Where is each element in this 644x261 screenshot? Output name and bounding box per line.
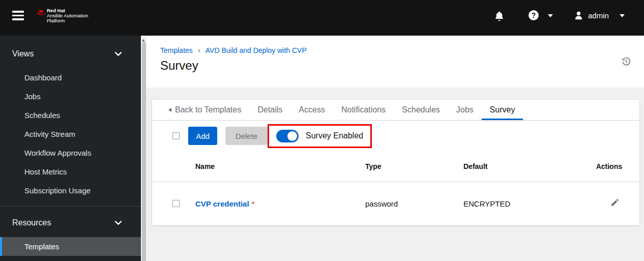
- sidebar-section-label: Views: [12, 49, 34, 59]
- nav-toggle-hamburger-icon[interactable]: [12, 11, 24, 20]
- page-header: Templates › AVD Build and Deploy with CV…: [147, 36, 644, 88]
- row-checkbox[interactable]: [172, 200, 180, 207]
- tab-label: Back to Templates: [175, 105, 241, 114]
- vertical-scrollbar[interactable]: [141, 36, 147, 261]
- cell-default: ENCRYPTED: [455, 182, 584, 225]
- survey-card: Back to Templates Details Access Notific…: [152, 100, 639, 225]
- tab-bar: Back to Templates Details Access Notific…: [152, 100, 639, 121]
- sidebar-nav: Views Dashboard Jobs Schedules Activity …: [0, 36, 141, 261]
- tab-survey[interactable]: Survey: [482, 100, 523, 120]
- sidebar-section-resources[interactable]: Resources: [0, 213, 141, 232]
- breadcrumb-templates-link[interactable]: Templates: [160, 46, 193, 54]
- sidebar-item-workflow-approvals[interactable]: Workflow Approvals: [0, 143, 141, 162]
- column-header-default: Default: [455, 151, 584, 182]
- survey-questions-table: Name Type Default Actions CVP credential…: [152, 151, 639, 225]
- user-menu-button[interactable]: admin: [574, 10, 629, 22]
- breadcrumb-template-name-link[interactable]: AVD Build and Deploy with CVP: [206, 46, 307, 54]
- caret-down-icon: [620, 14, 625, 17]
- bell-icon: [494, 11, 504, 21]
- table-header-row: Name Type Default Actions: [152, 151, 639, 182]
- add-button[interactable]: Add: [188, 127, 217, 145]
- cell-name: CVP credential*: [187, 182, 357, 225]
- survey-enabled-toggle[interactable]: [276, 130, 299, 142]
- column-header-type: Type: [357, 151, 455, 182]
- table-row: CVP credential* password ENCRYPTED: [152, 182, 639, 225]
- annotation-highlight-box: Survey Enabled: [268, 124, 372, 148]
- tab-schedules[interactable]: Schedules: [394, 100, 448, 120]
- survey-toolbar: Add Delete Survey Enabled: [152, 121, 639, 151]
- user-icon: [574, 11, 583, 20]
- column-header-name: Name: [187, 151, 357, 182]
- notifications-button[interactable]: [494, 11, 505, 22]
- chevron-down-icon: [115, 52, 122, 56]
- sidebar-section-label: Resources: [12, 218, 51, 227]
- sidebar-item-subscription-usage[interactable]: Subscription Usage: [0, 181, 141, 200]
- scrollbar-thumb[interactable]: [142, 43, 146, 261]
- tab-access[interactable]: Access: [290, 100, 333, 120]
- sidebar-item-templates[interactable]: Templates: [0, 237, 141, 256]
- header-checkbox-spacer: [152, 151, 187, 182]
- delete-button[interactable]: Delete: [225, 127, 268, 145]
- tab-notifications[interactable]: Notifications: [333, 100, 394, 120]
- survey-enabled-label: Survey Enabled: [306, 131, 363, 140]
- breadcrumb-separator-icon: ›: [198, 46, 200, 54]
- toggle-knob: [287, 131, 297, 141]
- question-circle-icon: ?: [529, 10, 539, 20]
- caret-down-icon: [548, 14, 553, 17]
- sidebar-item-dashboard[interactable]: Dashboard: [0, 68, 141, 87]
- cell-type: password: [357, 182, 455, 225]
- question-name-link[interactable]: CVP credential: [195, 199, 249, 208]
- sidebar-item-jobs[interactable]: Jobs: [0, 87, 141, 106]
- sidebar-item-schedules[interactable]: Schedules: [0, 106, 141, 125]
- sidebar-divider: [0, 206, 141, 207]
- tab-details[interactable]: Details: [249, 100, 290, 120]
- pencil-icon: [610, 198, 619, 207]
- history-clock-icon: [622, 57, 631, 66]
- redhat-fedora-icon: [37, 9, 45, 15]
- required-asterisk: *: [252, 199, 255, 208]
- sidebar-section-views[interactable]: Views: [0, 44, 141, 63]
- help-menu-button[interactable]: ?: [529, 10, 555, 22]
- main-content: Templates › AVD Build and Deploy with CV…: [147, 36, 644, 261]
- scrollbar-up-arrow[interactable]: [142, 39, 145, 42]
- history-button[interactable]: [622, 57, 631, 66]
- edit-question-button[interactable]: [610, 198, 619, 207]
- brand-line-3: Platform: [47, 18, 65, 23]
- tab-back-to-templates[interactable]: Back to Templates: [160, 100, 249, 120]
- caret-left-icon: [168, 108, 171, 112]
- sidebar-item-host-metrics[interactable]: Host Metrics: [0, 162, 141, 181]
- select-all-checkbox[interactable]: [172, 132, 180, 139]
- tab-jobs[interactable]: Jobs: [448, 100, 482, 120]
- username-label: admin: [588, 11, 609, 20]
- sidebar-item-activity-stream[interactable]: Activity Stream: [0, 125, 141, 143]
- redhat-logo: Red Hat Ansible Automation Platform: [37, 8, 133, 28]
- column-header-actions: Actions: [584, 151, 639, 182]
- breadcrumb: Templates › AVD Build and Deploy with CV…: [160, 46, 644, 54]
- chevron-down-icon: [115, 221, 122, 225]
- page-title: Survey: [160, 59, 644, 73]
- masthead: Red Hat Ansible Automation Platform ? ad…: [0, 0, 644, 36]
